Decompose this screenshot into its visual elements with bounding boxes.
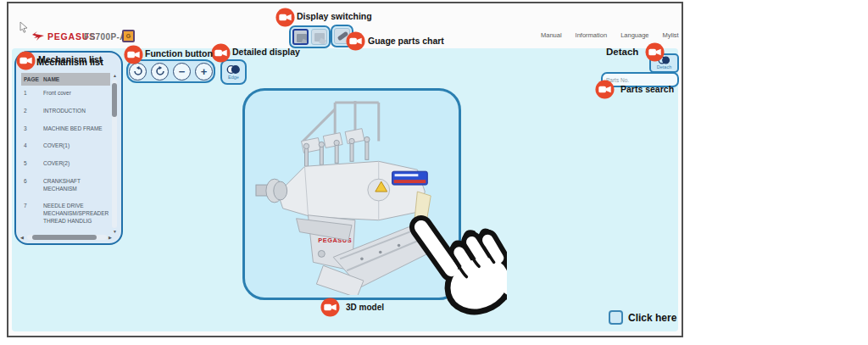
rotate-right-icon bbox=[154, 65, 166, 77]
scroll-up-icon[interactable]: ▲ bbox=[113, 74, 117, 78]
mechanism-row[interactable]: 3MACHINE BED FRAME bbox=[21, 125, 110, 133]
scroll-right-icon[interactable]: ▶ bbox=[108, 236, 112, 240]
callout-guage-parts-chart: Guage parts chart bbox=[368, 36, 444, 46]
mechanism-row[interactable]: 6CRANKSHAFT MECHANISM bbox=[21, 178, 110, 193]
mechanism-row[interactable]: 5COVER(2) bbox=[21, 160, 110, 168]
mechanism-table-header: PAGE NAME bbox=[21, 73, 110, 86]
zoom-in-button[interactable]: + bbox=[195, 63, 213, 81]
callout-camera-icon bbox=[211, 43, 231, 63]
callout-detailed-display: Detailed display bbox=[232, 47, 300, 57]
display-mode-3d-button[interactable] bbox=[292, 29, 309, 45]
horizontal-scroll-thumb[interactable] bbox=[32, 235, 97, 240]
mouse-cursor-icon bbox=[19, 21, 29, 33]
mechanism-row[interactable]: 1Front cover bbox=[21, 90, 110, 97]
row-mechanism-name: CRANKSHAFT MECHANISM bbox=[43, 178, 110, 193]
model-name: FS700P-A bbox=[84, 32, 126, 42]
hand-cursor-graphic bbox=[373, 212, 507, 345]
screenshot-canvas: PEGASUS FS700P-A G Manual Information La… bbox=[0, 0, 868, 345]
row-mechanism-name: Front cover bbox=[43, 90, 110, 97]
menu-item-manual[interactable]: Manual bbox=[541, 31, 562, 39]
callout-camera-icon bbox=[320, 298, 340, 317]
rotate-right-button[interactable] bbox=[151, 63, 169, 81]
callout-camera-icon bbox=[124, 45, 143, 64]
callout-camera-icon bbox=[645, 42, 665, 62]
vertical-scroll-thumb[interactable] bbox=[112, 83, 117, 117]
zoom-out-button[interactable]: − bbox=[173, 63, 191, 81]
column-header-name: NAME bbox=[43, 76, 59, 82]
row-page-number: 3 bbox=[21, 125, 43, 133]
scroll-left-icon[interactable]: ◀ bbox=[20, 236, 24, 240]
row-page-number: 1 bbox=[21, 90, 43, 97]
row-mechanism-name: COVER(1) bbox=[43, 142, 110, 150]
column-header-page: PAGE bbox=[21, 76, 43, 82]
edge-toggle-icon bbox=[226, 64, 241, 75]
detach-button-label: Detach bbox=[657, 65, 671, 70]
callout-camera-icon bbox=[595, 80, 615, 99]
callout-camera-icon bbox=[16, 51, 36, 70]
callout-camera-icon bbox=[275, 8, 295, 27]
vertical-scrollbar[interactable] bbox=[112, 80, 117, 228]
edge-display-button[interactable]: Edge bbox=[220, 59, 247, 85]
row-page-number: 5 bbox=[21, 160, 43, 168]
top-menu: Manual Information Language Mylist bbox=[541, 31, 679, 39]
callout-detach: Detach bbox=[606, 47, 638, 57]
mechanism-list-panel: Mechanism list PAGE NAME 1Front cover2IN… bbox=[14, 51, 123, 245]
menu-item-information[interactable]: Information bbox=[576, 31, 608, 39]
row-mechanism-name: COVER(2) bbox=[43, 160, 110, 168]
display-switching-group bbox=[289, 25, 331, 48]
row-mechanism-name: NEEDLE DRIVE MECHANISM/SPREADER THREAD H… bbox=[43, 203, 110, 225]
menu-item-mylist[interactable]: Mylist bbox=[663, 31, 679, 39]
pegasus-logo-icon bbox=[31, 31, 45, 42]
horizontal-scrollbar[interactable] bbox=[27, 235, 107, 240]
machine-thumbnail-icon bbox=[314, 33, 325, 42]
app-window: PEGASUS FS700P-A G Manual Information La… bbox=[7, 2, 683, 337]
row-page-number: 2 bbox=[21, 108, 43, 115]
mechanism-row[interactable]: 4COVER(1) bbox=[21, 142, 110, 150]
row-page-number: 7 bbox=[21, 203, 43, 225]
click-here-label: Click here bbox=[628, 312, 676, 324]
model-badge[interactable]: G bbox=[122, 30, 135, 42]
row-mechanism-name: MACHINE BED FRAME bbox=[43, 125, 110, 133]
display-mode-illustration-button[interactable] bbox=[311, 29, 327, 45]
scroll-down-icon[interactable]: ▼ bbox=[113, 230, 117, 234]
callout-function-button: Function button bbox=[145, 48, 213, 58]
callout-parts-search: Parts search bbox=[620, 84, 674, 94]
machine-thumbnail-icon bbox=[297, 34, 307, 42]
row-mechanism-name: INTRODUCTION bbox=[43, 108, 110, 115]
callout-display-switching: Display switching bbox=[297, 11, 372, 21]
edge-button-label: Edge bbox=[228, 75, 239, 81]
callout-3d-model: 3D model bbox=[346, 303, 384, 312]
mechanism-rows: 1Front cover2INTRODUCTION3MACHINE BED FR… bbox=[21, 90, 110, 232]
row-page-number: 6 bbox=[21, 178, 43, 193]
click-here-checkbox[interactable] bbox=[609, 310, 623, 325]
rotate-left-icon bbox=[132, 65, 144, 77]
rotate-left-button[interactable] bbox=[129, 63, 147, 81]
menu-item-language[interactable]: Language bbox=[620, 31, 648, 39]
mechanism-row[interactable]: 2INTRODUCTION bbox=[21, 108, 110, 115]
mechanism-row[interactable]: 7NEEDLE DRIVE MECHANISM/SPREADER THREAD … bbox=[21, 203, 110, 225]
callout-mechanism-list: Mechanism list bbox=[38, 54, 102, 64]
row-page-number: 4 bbox=[21, 142, 43, 150]
callout-camera-icon bbox=[346, 31, 365, 51]
